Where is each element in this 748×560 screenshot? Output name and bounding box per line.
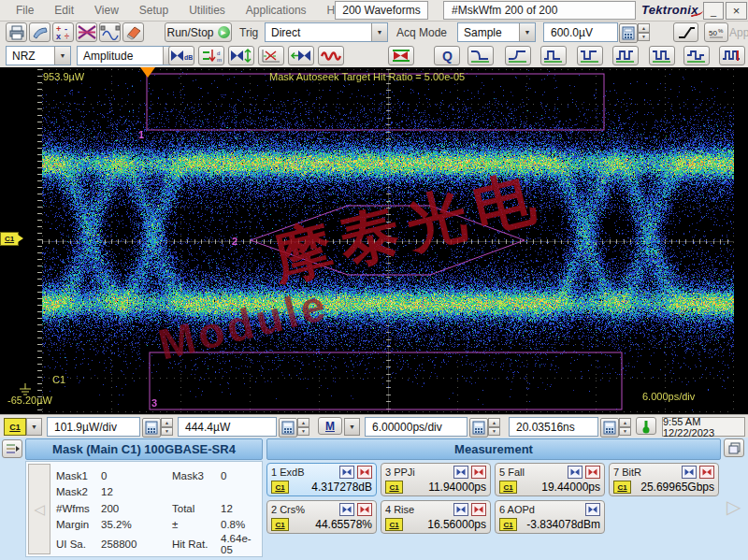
datetime-display: 9:55 AM 12/22/2023 [662, 417, 745, 437]
source-badge: C1 [271, 518, 289, 531]
measurement-label: 6 AOPd [499, 504, 583, 515]
copy-window-icon[interactable] [724, 438, 744, 457]
math-badge[interactable]: M [318, 417, 342, 435]
chevron-down-icon[interactable]: ▼ [54, 47, 70, 65]
run-stop-button[interactable]: Run/Stop ▶ [165, 22, 232, 42]
math-icon[interactable]: +-x÷ [52, 22, 74, 42]
print-icon[interactable] [6, 22, 27, 42]
thermometer-icon[interactable] [636, 417, 656, 435]
measurement-cell-fall[interactable]: 5 FallC119.44000ps [495, 463, 605, 496]
vertical-scale-spinner[interactable]: ▲▼ [161, 418, 173, 436]
horizontal-scale-spinner[interactable]: ▲▼ [488, 418, 500, 436]
mask-panel-header[interactable]: Mask (Main C1) 100GBASE-SR4 [25, 438, 263, 460]
eye-annotation-icon [682, 466, 697, 479]
trig-label: Trig [239, 26, 258, 39]
horizontal-scale-field[interactable]: 6.00000ps/div [365, 417, 468, 437]
channel-reference-marker[interactable]: C1 [0, 232, 19, 246]
measurement-value: 44.65578% [289, 518, 372, 531]
panel-menu-button[interactable] [2, 439, 22, 458]
menu-setup[interactable]: Setup [129, 4, 179, 17]
horizontal-position-spinner[interactable]: ▲▼ [619, 418, 631, 436]
keypad-icon[interactable] [600, 418, 619, 438]
minimize-button[interactable]: _ [703, 2, 724, 20]
measurement-value: 11.94000ps [403, 481, 486, 494]
jitter-icon[interactable]: dm [198, 46, 224, 65]
pointer-tool-icon[interactable] [29, 22, 50, 42]
measurement-panel-header[interactable]: Measurement [266, 438, 721, 460]
channel-dropdown[interactable]: ▼ [26, 418, 42, 436]
eye-annotation-icon [339, 503, 354, 516]
trigger-position-marker[interactable] [140, 67, 155, 78]
app-button[interactable]: App [729, 26, 748, 39]
measurement-value: 19.44000ps [517, 481, 600, 494]
trigger-slope-icon[interactable] [673, 22, 698, 42]
wave-meas-5-icon[interactable] [612, 46, 639, 65]
mask-stat-value: 35.2% [101, 519, 172, 530]
measurement-cell-aopd[interactable]: 6 AOPdC1-3.834078dBm [495, 500, 605, 534]
q-factor-icon[interactable]: Q [434, 46, 460, 65]
measurement-cell-bitr[interactable]: 7 BitRC125.69965Gbps [609, 463, 719, 496]
measurement-cell-exdb[interactable]: 1 ExdBC14.317278dB [266, 463, 377, 496]
source-badge: C1 [499, 481, 517, 494]
measurement-value: 16.56000ps [403, 518, 486, 531]
keypad-icon[interactable] [619, 23, 638, 43]
eye-height-icon[interactable] [228, 46, 254, 65]
trigger-level-spinner[interactable]: ▲▼ [638, 23, 650, 41]
mask-annotation-icon [471, 466, 486, 479]
wave-meas-4-icon[interactable] [577, 46, 603, 65]
keypad-icon[interactable] [279, 418, 297, 438]
eye-width-icon[interactable] [288, 46, 314, 65]
close-button[interactable]: × [726, 2, 747, 20]
eye-db-icon[interactable]: dB [168, 46, 194, 65]
menu-applications[interactable]: Applications [236, 4, 317, 17]
keypad-icon[interactable] [142, 418, 161, 438]
measurement-panel-expand[interactable]: ▷ [726, 495, 741, 518]
mask-icon[interactable] [76, 22, 97, 42]
wave-meas-7-icon[interactable] [683, 46, 710, 65]
measurement-cell-crs[interactable]: 2 Crs%C144.65578% [266, 500, 377, 534]
measure-category-dropdown[interactable]: Amplitude ▼ [77, 46, 180, 65]
measurement-cell-ppji[interactable]: 3 PPJiC111.94000ps [381, 463, 491, 496]
menu-utilities[interactable]: Utilities [179, 4, 236, 17]
menu-view[interactable]: View [84, 4, 129, 17]
waveform-count-box: 200 Waveforms [335, 1, 428, 20]
trigger-level-field[interactable]: 600.0µV [543, 22, 618, 42]
mask-stat-label: Mask2 [56, 486, 101, 497]
set-50-percent-icon[interactable]: 50% [704, 22, 728, 42]
mask-hits-icon[interactable] [318, 46, 344, 65]
vertical-scale-field[interactable]: 101.9µW/div [47, 417, 140, 437]
svg-text:x: x [56, 32, 61, 40]
mask-panel-collapse[interactable]: ◁ [28, 464, 50, 554]
measurement-cell-rise[interactable]: 4 RiseC116.56000ps [381, 500, 491, 534]
vertical-offset-spinner[interactable]: ▲▼ [297, 418, 309, 436]
extinction-icon[interactable] [388, 46, 414, 65]
horizontal-position-field[interactable]: 20.03516ns [509, 417, 598, 437]
math-dropdown[interactable]: ▼ [344, 418, 360, 436]
channel-badge[interactable]: C1 [4, 418, 26, 436]
menu-file[interactable]: File [6, 4, 44, 17]
mask-stat-value: 0.8% [221, 519, 258, 530]
menu-edit[interactable]: Edit [44, 4, 84, 17]
chevron-down-icon[interactable]: ▼ [371, 23, 387, 41]
wave-meas-3-icon[interactable] [540, 46, 567, 65]
mask-stat-row: Mask212 [56, 484, 258, 501]
measurement-label: 7 BitR [613, 467, 679, 478]
wave-meas-8-icon[interactable] [719, 46, 745, 65]
crossing-icon[interactable] [258, 46, 284, 65]
autoseek-status: Mask Autoseek Target Hit Ratio = 5.00e-0… [269, 71, 465, 82]
signal-type-dropdown[interactable]: NRZ ▼ [6, 46, 71, 65]
horizontal-vertical-controlbar: C1 ▼ 101.9µW/div ▲▼ 444.4µW ▲▼ M ▼ 6.000… [0, 414, 748, 438]
keypad-icon[interactable] [469, 418, 488, 438]
chevron-down-icon[interactable]: ▼ [519, 23, 535, 41]
wave-meas-1-icon[interactable] [468, 46, 494, 65]
titlebar: FileEditViewSetupUtilitiesApplicationsHe… [0, 0, 748, 22]
eraser-icon[interactable] [122, 22, 144, 42]
svg-text:dB: dB [184, 54, 193, 61]
wave-meas-6-icon[interactable] [649, 46, 675, 65]
measurement-label: 2 Crs% [271, 504, 337, 515]
waveform-edit-icon[interactable] [99, 22, 121, 42]
trigger-source-dropdown[interactable]: Direct ▼ [265, 22, 388, 42]
vertical-offset-field[interactable]: 444.4µW [178, 417, 277, 437]
acq-mode-dropdown[interactable]: Sample ▼ [457, 22, 536, 42]
wave-meas-2-icon[interactable] [505, 46, 531, 65]
